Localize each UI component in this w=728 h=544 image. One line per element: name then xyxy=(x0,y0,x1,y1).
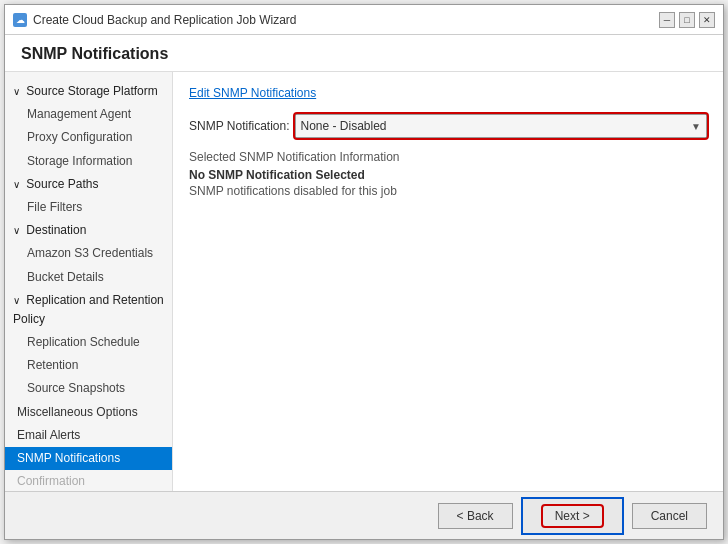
snmp-notification-row: SNMP Notification: None - Disabled ▼ xyxy=(189,114,707,138)
snmp-info-bold: No SNMP Notification Selected xyxy=(189,168,707,182)
snmp-info-text: SNMP notifications disabled for this job xyxy=(189,184,707,198)
wizard-window: ☁ Create Cloud Backup and Replication Jo… xyxy=(4,4,724,540)
sidebar-item-snmp-notifications[interactable]: SNMP Notifications xyxy=(5,447,172,470)
snmp-info-header: Selected SNMP Notification Information xyxy=(189,150,707,164)
sidebar-item-destination[interactable]: ∨ Destination xyxy=(5,219,172,242)
title-bar-controls: ─ □ ✕ xyxy=(659,12,715,28)
sidebar-item-file-filters[interactable]: File Filters xyxy=(5,196,172,219)
window-title: Create Cloud Backup and Replication Job … xyxy=(33,13,296,27)
snmp-dropdown-wrapper: None - Disabled ▼ xyxy=(295,114,707,138)
edit-snmp-link[interactable]: Edit SNMP Notifications xyxy=(189,86,316,100)
title-bar: ☁ Create Cloud Backup and Replication Jo… xyxy=(5,5,723,35)
main-body: ∨ Source Storage Platform Management Age… xyxy=(5,72,723,491)
expand-arrow-2: ∨ xyxy=(13,177,20,193)
maximize-button[interactable]: □ xyxy=(679,12,695,28)
sidebar-item-proxy-configuration[interactable]: Proxy Configuration xyxy=(5,126,172,149)
content-area: SNMP Notifications ∨ Source Storage Plat… xyxy=(5,35,723,491)
right-panel: Edit SNMP Notifications SNMP Notificatio… xyxy=(173,72,723,491)
close-button[interactable]: ✕ xyxy=(699,12,715,28)
sidebar-item-management-agent[interactable]: Management Agent xyxy=(5,103,172,126)
page-title: SNMP Notifications xyxy=(5,35,723,72)
sidebar-item-replication-retention-policy[interactable]: ∨ Replication and Retention Policy xyxy=(5,289,172,331)
expand-arrow-3: ∨ xyxy=(13,223,20,239)
sidebar-item-source-paths[interactable]: ∨ Source Paths xyxy=(5,173,172,196)
sidebar-item-amazon-s3-credentials[interactable]: Amazon S3 Credentials xyxy=(5,242,172,265)
sidebar-item-source-storage-platform[interactable]: ∨ Source Storage Platform xyxy=(5,80,172,103)
sidebar-item-replication-schedule[interactable]: Replication Schedule xyxy=(5,331,172,354)
sidebar-item-email-alerts[interactable]: Email Alerts xyxy=(5,424,172,447)
next-label: Next > xyxy=(541,504,604,528)
sidebar-item-storage-information[interactable]: Storage Information xyxy=(5,150,172,173)
minimize-button[interactable]: ─ xyxy=(659,12,675,28)
sidebar-item-retention[interactable]: Retention xyxy=(5,354,172,377)
window-icon: ☁ xyxy=(13,13,27,27)
sidebar: ∨ Source Storage Platform Management Age… xyxy=(5,72,173,491)
snmp-info-section: Selected SNMP Notification Information N… xyxy=(189,150,707,198)
expand-arrow: ∨ xyxy=(13,84,20,100)
next-button[interactable]: Next > xyxy=(521,497,624,535)
snmp-label: SNMP Notification: xyxy=(189,119,289,133)
sidebar-item-source-snapshots[interactable]: Source Snapshots xyxy=(5,377,172,400)
sidebar-item-bucket-details[interactable]: Bucket Details xyxy=(5,266,172,289)
expand-arrow-4: ∨ xyxy=(13,293,20,309)
cancel-button[interactable]: Cancel xyxy=(632,503,707,529)
sidebar-item-miscellaneous-options[interactable]: Miscellaneous Options xyxy=(5,401,172,424)
title-bar-left: ☁ Create Cloud Backup and Replication Jo… xyxy=(13,13,296,27)
back-button[interactable]: < Back xyxy=(438,503,513,529)
snmp-select[interactable]: None - Disabled xyxy=(295,114,707,138)
footer: < Back Next > Cancel xyxy=(5,491,723,539)
sidebar-item-confirmation: Confirmation xyxy=(5,470,172,491)
